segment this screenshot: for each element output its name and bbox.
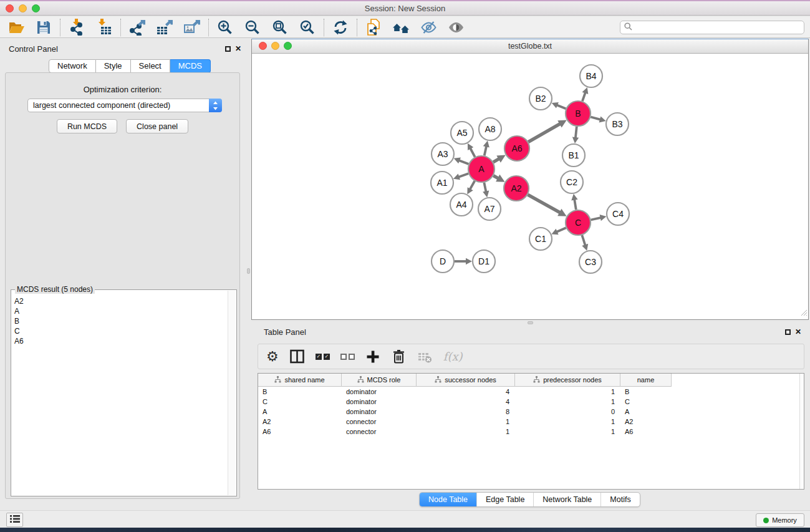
close-panel-icon[interactable]: ✕	[235, 46, 241, 52]
export-image-icon[interactable]	[182, 18, 202, 37]
cell[interactable]: 4	[417, 387, 515, 397]
tab-edge-table[interactable]: Edge Table	[476, 493, 533, 506]
delete-column-icon[interactable]	[391, 347, 407, 366]
table-row[interactable]: A2connector11A2	[258, 417, 804, 427]
graph-node-A5[interactable]: A5	[451, 122, 473, 144]
import-table-icon[interactable]	[94, 18, 114, 37]
cell[interactable]: 1	[515, 427, 620, 437]
export-network-icon[interactable]	[127, 18, 147, 37]
cell[interactable]: 1	[515, 387, 620, 397]
cell[interactable]: C	[620, 397, 672, 407]
graph-node-D[interactable]: D	[432, 250, 454, 273]
cell[interactable]: 1	[417, 427, 515, 437]
cell[interactable]: 0	[515, 407, 620, 417]
zoom-selected-icon[interactable]	[297, 18, 317, 37]
float-table-panel-icon[interactable]	[785, 329, 791, 335]
graph-edge-A-A6[interactable]	[493, 155, 506, 163]
tab-motifs[interactable]: Motifs	[600, 493, 639, 506]
home-icon[interactable]	[391, 18, 411, 37]
zoom-out-icon[interactable]	[243, 18, 263, 37]
cell[interactable]: B	[620, 387, 672, 397]
graph-edge-B-B4[interactable]	[582, 87, 589, 101]
graph-edge-A-A1[interactable]	[453, 173, 468, 180]
graph-edge-C-C1[interactable]	[551, 228, 566, 235]
result-item[interactable]: B	[14, 316, 226, 326]
column-header-shared-name[interactable]: shared name	[258, 374, 342, 387]
hide-panels-icon[interactable]	[418, 18, 438, 37]
tab-select[interactable]: Select	[131, 59, 170, 73]
graph-node-C2[interactable]: C2	[561, 171, 583, 193]
cell[interactable]: C	[258, 397, 342, 407]
cell[interactable]: dominator	[342, 387, 417, 397]
graph-node-A2[interactable]: A2	[504, 176, 529, 201]
search-box[interactable]	[620, 21, 804, 34]
graph-edge-C-C2[interactable]	[571, 194, 577, 210]
refresh-icon[interactable]	[330, 18, 350, 37]
save-session-icon[interactable]	[34, 18, 54, 37]
show-panels-icon[interactable]	[446, 18, 466, 37]
cell[interactable]: dominator	[342, 397, 417, 407]
graph-node-C[interactable]: C	[566, 210, 591, 235]
graph-node-D1[interactable]: D1	[473, 250, 495, 273]
graph-edge-A-A3[interactable]	[454, 158, 469, 164]
graph-edge-A2-C[interactable]	[528, 195, 566, 216]
tab-network[interactable]: Network	[49, 59, 96, 73]
tab-mcds[interactable]: MCDS	[170, 59, 211, 73]
graph-edge-B-B3[interactable]	[591, 116, 605, 122]
graph-node-B3[interactable]: B3	[606, 113, 629, 135]
cell[interactable]: A2	[258, 417, 342, 427]
cell[interactable]: A6	[620, 427, 672, 437]
table-row[interactable]: Cdominator41C	[258, 397, 804, 407]
search-input[interactable]	[635, 23, 800, 32]
graph-edge-A-A4[interactable]	[467, 181, 475, 194]
graph-edge-A-A8[interactable]	[483, 141, 489, 156]
cell[interactable]: 1	[515, 417, 620, 427]
graph-node-B[interactable]: B	[566, 101, 591, 126]
graph-edge-A-A5[interactable]	[468, 143, 475, 157]
import-network-icon[interactable]	[67, 18, 87, 37]
graph-node-A[interactable]: A	[468, 156, 494, 182]
criterion-select[interactable]: largest connected component (directed)	[27, 99, 222, 112]
graph-node-C3[interactable]: C3	[579, 251, 602, 273]
zoom-in-icon[interactable]	[215, 18, 235, 37]
cell[interactable]: B	[258, 387, 342, 397]
task-history-button[interactable]	[6, 513, 23, 527]
cell[interactable]: 8	[417, 407, 515, 417]
table-scrollbar[interactable]	[799, 374, 804, 489]
duplicate-network-icon[interactable]	[364, 18, 383, 37]
cell[interactable]: 1	[515, 397, 620, 407]
add-column-icon[interactable]	[365, 347, 380, 366]
zoom-fit-icon[interactable]	[270, 18, 290, 37]
graph-node-A4[interactable]: A4	[450, 193, 473, 216]
table-row[interactable]: A6connector11A6	[258, 427, 804, 437]
column-header-predecessor-nodes[interactable]: predecessor nodes	[515, 374, 620, 387]
result-item[interactable]: A6	[14, 336, 226, 346]
table-row[interactable]: Adominator80A	[258, 407, 804, 417]
column-header-successor-nodes[interactable]: successor nodes	[417, 374, 515, 387]
network-canvas[interactable]: AA1A2A3A4A5A6A7A8BB1B2B3B4CC1C2C3C4DD1	[252, 54, 808, 319]
column-visibility-icon[interactable]	[289, 347, 305, 366]
table-settings-icon[interactable]: ⚙	[266, 347, 279, 366]
cell[interactable]: connector	[342, 427, 417, 437]
vertical-splitter-handle[interactable]	[247, 268, 250, 274]
horizontal-splitter-handle[interactable]	[528, 321, 533, 324]
result-item[interactable]: C	[14, 326, 226, 336]
node-table[interactable]: shared nameMCDS rolesuccessor nodesprede…	[258, 373, 804, 490]
graph-edge-B-B2[interactable]	[552, 102, 566, 109]
open-file-icon[interactable]	[6, 18, 26, 37]
graph-node-C1[interactable]: C1	[529, 228, 552, 250]
tab-style[interactable]: Style	[96, 59, 131, 73]
table-row[interactable]: Bdominator41B	[258, 387, 804, 397]
graph-edge-A6-B[interactable]	[528, 120, 567, 142]
column-header-name[interactable]: name	[620, 374, 672, 387]
close-table-panel-icon[interactable]: ✕	[795, 329, 801, 335]
cell[interactable]: A	[620, 407, 672, 417]
graph-node-A7[interactable]: A7	[478, 198, 501, 220]
cell[interactable]: 1	[417, 417, 515, 427]
graph-node-A3[interactable]: A3	[432, 143, 454, 165]
result-scrollbar[interactable]	[228, 291, 236, 495]
graph-node-C4[interactable]: C4	[607, 203, 629, 225]
graph-node-B2[interactable]: B2	[529, 87, 552, 110]
select-all-rows-icon[interactable]: ✓✓	[316, 347, 330, 366]
result-item[interactable]: A	[14, 306, 226, 316]
